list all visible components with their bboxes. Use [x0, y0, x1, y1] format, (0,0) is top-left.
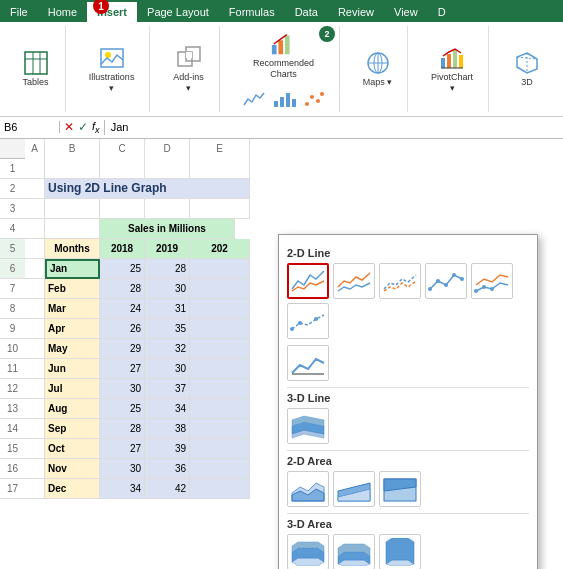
cell-e1[interactable] — [190, 159, 250, 179]
tab-view[interactable]: View — [384, 2, 428, 22]
cell-jul-2018[interactable]: 30 — [100, 379, 145, 399]
tab-d[interactable]: D — [428, 2, 456, 22]
cell-feb-2019[interactable]: 30 — [145, 279, 190, 299]
area-stacked-icon[interactable] — [333, 471, 375, 507]
3d-button[interactable]: 3D — [505, 47, 549, 90]
cell-months-header[interactable]: Months — [45, 239, 100, 259]
cell-a6[interactable] — [25, 259, 45, 279]
tab-review[interactable]: Review — [328, 2, 384, 22]
cell-apr-2018[interactable]: 26 — [100, 319, 145, 339]
line-stacked-icon[interactable] — [333, 263, 375, 299]
cell-may-2020[interactable] — [190, 339, 250, 359]
cell-mar[interactable]: Mar — [45, 299, 100, 319]
tab-data[interactable]: Data — [285, 2, 328, 22]
cell-c1[interactable] — [100, 159, 145, 179]
cell-reference[interactable]: B6 — [0, 121, 60, 133]
tab-file[interactable]: File — [0, 2, 38, 22]
cell-aug[interactable]: Aug — [45, 399, 100, 419]
3d-line-icon[interactable] — [287, 408, 329, 444]
pivotchart-button[interactable]: PivotChart ▾ — [424, 42, 480, 96]
cell-jun-2019[interactable]: 30 — [145, 359, 190, 379]
cell-aug-2019[interactable]: 34 — [145, 399, 190, 419]
cell-feb-2018[interactable]: 28 — [100, 279, 145, 299]
tab-insert[interactable]: Insert 1 — [87, 2, 137, 22]
scatter-chart-button[interactable] — [300, 88, 328, 110]
cell-oct-2020[interactable] — [190, 439, 250, 459]
cell-dec-2020[interactable] — [190, 479, 250, 499]
cell-jul-2020[interactable] — [190, 379, 250, 399]
cell-b4[interactable] — [45, 219, 100, 239]
area-basic-icon[interactable] — [287, 471, 329, 507]
cell-dec[interactable]: Dec — [45, 479, 100, 499]
cell-jan-2020[interactable] — [190, 259, 250, 279]
area-3d-icon[interactable] — [287, 534, 329, 569]
cell-mar-2020[interactable] — [190, 299, 250, 319]
line-100-icon[interactable] — [379, 263, 421, 299]
illustrations-button[interactable]: Illustrations ▾ — [82, 42, 141, 96]
cell-c3[interactable] — [100, 199, 145, 219]
area-3d-100-icon[interactable] — [379, 534, 421, 569]
line-chart-button[interactable] — [240, 88, 268, 110]
cell-nov-2018[interactable]: 30 — [100, 459, 145, 479]
cell-nov-2019[interactable]: 36 — [145, 459, 190, 479]
area-3d-stacked-icon[interactable] — [333, 534, 375, 569]
formula-value[interactable]: Jan — [105, 121, 563, 133]
cell-dec-2019[interactable]: 42 — [145, 479, 190, 499]
cell-oct[interactable]: Oct — [45, 439, 100, 459]
line-stacked-markers-icon[interactable] — [471, 263, 513, 299]
cell-sep-2020[interactable] — [190, 419, 250, 439]
cell-jun[interactable]: Jun — [45, 359, 100, 379]
cell-e3[interactable] — [190, 199, 250, 219]
cell-sep[interactable]: Sep — [45, 419, 100, 439]
line-markers-icon[interactable] — [425, 263, 467, 299]
cell-aug-2020[interactable] — [190, 399, 250, 419]
cell-may-2018[interactable]: 29 — [100, 339, 145, 359]
cell-oct-2018[interactable]: 27 — [100, 439, 145, 459]
cell-a3[interactable] — [25, 199, 45, 219]
cell-a2[interactable] — [25, 179, 45, 199]
tab-home[interactable]: Home — [38, 2, 87, 22]
cell-sep-2018[interactable]: 28 — [100, 419, 145, 439]
cell-b1[interactable] — [45, 159, 100, 179]
cell-a5[interactable] — [25, 239, 45, 259]
cell-jan-2019[interactable]: 28 — [145, 259, 190, 279]
cell-apr-2020[interactable] — [190, 319, 250, 339]
cell-d3[interactable] — [145, 199, 190, 219]
cell-nov-2020[interactable] — [190, 459, 250, 479]
maps-button[interactable]: Maps ▾ — [356, 47, 400, 90]
line-100-markers-icon[interactable] — [287, 303, 329, 339]
cell-may-2019[interactable]: 32 — [145, 339, 190, 359]
cell-nov[interactable]: Nov — [45, 459, 100, 479]
function-icon[interactable]: fx — [92, 120, 100, 135]
tables-button[interactable]: Tables — [14, 47, 58, 90]
cell-feb[interactable]: Feb — [45, 279, 100, 299]
bar-chart-button[interactable] — [270, 88, 298, 110]
cancel-icon[interactable]: ✕ — [64, 120, 74, 134]
cell-jul-2019[interactable]: 37 — [145, 379, 190, 399]
cell-d1[interactable] — [145, 159, 190, 179]
tab-formulas[interactable]: Formulas — [219, 2, 285, 22]
area-100-icon[interactable] — [379, 471, 421, 507]
cell-sales-header[interactable]: Sales in Millions — [100, 219, 235, 239]
cell-feb-2020[interactable] — [190, 279, 250, 299]
cell-a4[interactable] — [25, 219, 45, 239]
addins-button[interactable]: Add-ins ▾ — [166, 42, 211, 96]
cell-jan[interactable]: Jan — [45, 259, 100, 279]
cell-oct-2019[interactable]: 39 — [145, 439, 190, 459]
cell-may[interactable]: May — [45, 339, 100, 359]
cell-2019-header[interactable]: 2019 — [145, 239, 190, 259]
cell-2018-header[interactable]: 2018 — [100, 239, 145, 259]
cell-jun-2018[interactable]: 27 — [100, 359, 145, 379]
cell-b3[interactable] — [45, 199, 100, 219]
cell-jun-2020[interactable] — [190, 359, 250, 379]
line-basic-icon[interactable] — [287, 263, 329, 299]
confirm-icon[interactable]: ✓ — [78, 120, 88, 134]
cell-a1[interactable] — [25, 159, 45, 179]
cell-apr-2019[interactable]: 35 — [145, 319, 190, 339]
cell-mar-2019[interactable]: 31 — [145, 299, 190, 319]
cell-dec-2018[interactable]: 34 — [100, 479, 145, 499]
cell-jan-2018[interactable]: 25 — [100, 259, 145, 279]
cell-apr[interactable]: Apr — [45, 319, 100, 339]
cell-jul[interactable]: Jul — [45, 379, 100, 399]
line-extra-1-icon[interactable] — [287, 345, 329, 381]
